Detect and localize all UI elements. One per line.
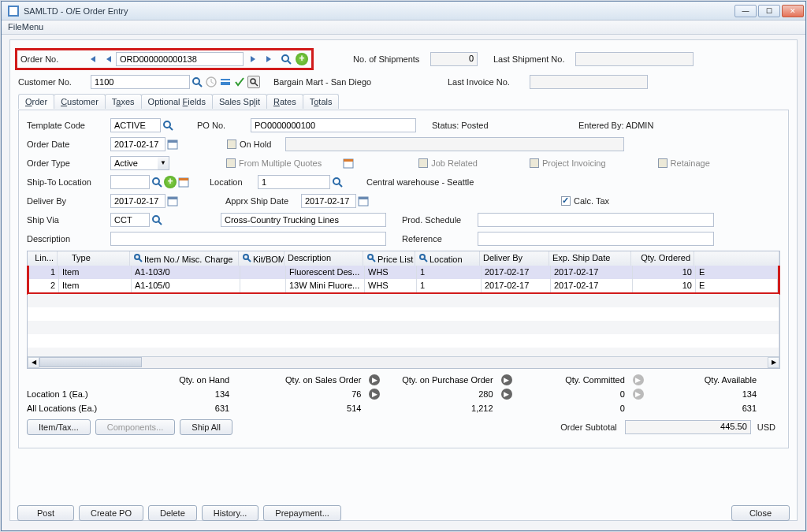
tab-rates[interactable]: Rates — [266, 94, 303, 109]
col-line[interactable]: Lin... — [28, 251, 58, 266]
address-icon[interactable] — [247, 76, 260, 88]
quotes-picker-icon[interactable] — [342, 157, 355, 169]
post-button[interactable]: Post — [17, 505, 74, 521]
order-type-dropdown-icon[interactable]: ▼ — [158, 156, 169, 170]
tab-order[interactable]: OOrderrder — [18, 94, 54, 109]
drilldown-icon[interactable]: ▶ — [501, 374, 512, 385]
deliver-by-input[interactable] — [110, 194, 165, 208]
shipto-finder-icon[interactable] — [151, 176, 163, 188]
drilldown-icon[interactable]: ▶ — [633, 389, 644, 400]
tab-totals[interactable]: Totals — [303, 94, 340, 109]
close-window-button[interactable]: Close — [731, 505, 790, 521]
history-icon[interactable] — [205, 76, 218, 88]
reference-input[interactable] — [478, 232, 714, 246]
reference-label: Reference — [402, 234, 473, 244]
schedule-input[interactable] — [478, 213, 714, 227]
history-button[interactable]: History... — [202, 505, 259, 521]
calendar-icon[interactable] — [166, 138, 179, 151]
check-icon[interactable] — [233, 76, 246, 88]
finder-icon[interactable] — [280, 53, 292, 65]
on-hold-checkbox[interactable] — [227, 140, 236, 149]
scroll-left-icon[interactable]: ◀ — [28, 357, 39, 368]
footer-buttons: Post Create PO Delete History... Prepaym… — [17, 505, 341, 521]
tab-taxes[interactable]: Taxes — [105, 94, 142, 109]
deliver-calendar-icon[interactable] — [166, 195, 179, 207]
next-record-icon[interactable] — [247, 53, 259, 65]
grid-row-empty[interactable] — [28, 321, 779, 334]
col-location[interactable]: Location — [415, 251, 480, 266]
template-code-label: Template Code — [27, 121, 106, 130]
tab-optional-fields[interactable]: Optional Fields — [141, 94, 213, 109]
shipto-add-button[interactable]: + — [164, 176, 177, 188]
col-pricelist[interactable]: Price List — [363, 251, 415, 266]
calc-tax-checkbox[interactable] — [561, 196, 571, 206]
shipvia-finder-icon[interactable] — [151, 214, 163, 226]
po-no-input[interactable] — [251, 118, 416, 132]
line-items-grid[interactable]: Lin... Type Item No./ Misc. Charge Kit/B… — [27, 251, 780, 369]
tab-customer[interactable]: Customer — [54, 94, 106, 109]
description-label: Description — [27, 234, 106, 244]
description-input[interactable] — [110, 232, 386, 246]
close-button[interactable]: ✕ — [782, 5, 804, 17]
grid-row-empty[interactable] — [28, 334, 779, 348]
grid-row-empty[interactable] — [28, 294, 779, 307]
svg-line-10 — [255, 83, 258, 86]
last-shipment-label: Last Shipment No. — [493, 54, 571, 64]
ship-all-button[interactable]: Ship All — [180, 419, 232, 435]
delete-button[interactable]: Delete — [148, 505, 197, 521]
location-finder-icon[interactable] — [331, 176, 344, 188]
horizontal-scrollbar[interactable]: ◀ ▶ — [28, 356, 779, 368]
minimize-button[interactable]: — — [734, 5, 757, 17]
prepayment-button[interactable]: Prepayment... — [263, 505, 340, 521]
customer-no-label: Customer No. — [18, 77, 86, 87]
col-type[interactable]: Type — [58, 251, 130, 266]
deliver-by-label: Deliver By — [27, 196, 106, 206]
maximize-button[interactable]: ☐ — [758, 5, 780, 17]
svg-line-28 — [158, 221, 162, 225]
prev-record-icon[interactable] — [102, 53, 115, 65]
apprx-calendar-icon[interactable] — [357, 195, 370, 207]
grid-row-1[interactable]: 1 Item A1-103/0 Fluorescent Des... WHS 1… — [29, 266, 778, 279]
order-date-label: Order Date — [27, 140, 106, 149]
drilldown-icon[interactable]: ▶ — [633, 374, 644, 385]
grid-row-empty[interactable] — [28, 307, 779, 321]
svg-rect-20 — [179, 178, 188, 180]
shipvia-input[interactable] — [110, 213, 150, 227]
col-qty[interactable]: Qty. Ordered — [631, 251, 694, 266]
location-input[interactable] — [258, 175, 330, 189]
create-po-button[interactable]: Create PO — [79, 505, 143, 521]
apprx-input[interactable] — [301, 194, 356, 208]
drilldown-icon[interactable]: ▶ — [501, 389, 512, 400]
template-code-input[interactable] — [110, 118, 161, 132]
col-deliver[interactable]: Deliver By — [480, 251, 549, 266]
credit-icon[interactable] — [219, 76, 232, 88]
shipto-input[interactable] — [110, 175, 150, 189]
svg-point-21 — [333, 178, 340, 184]
col-exp[interactable]: Exp. Ship Date — [549, 251, 631, 266]
svg-point-4 — [193, 78, 199, 84]
order-date-input[interactable] — [110, 137, 165, 151]
project-invoicing-label: Project Invoicing — [542, 158, 606, 168]
col-item[interactable]: Item No./ Misc. Charge — [130, 251, 239, 266]
template-finder-icon[interactable] — [162, 119, 174, 132]
customer-no-input[interactable] — [91, 75, 190, 89]
tab-sales-split[interactable]: Sales Split — [212, 94, 267, 109]
order-no-input[interactable] — [116, 52, 244, 66]
tab-body-order: Template Code PO No. Status: Posted Ente… — [18, 110, 789, 448]
svg-point-2 — [282, 55, 288, 61]
grid-row-2[interactable]: 2 Item A1-105/0 13W Mini Fluore... WHS 1… — [29, 279, 778, 292]
shipto-picker-icon[interactable] — [177, 176, 190, 188]
scroll-thumb[interactable] — [39, 357, 142, 367]
menubar[interactable]: FileMenu — [2, 20, 805, 35]
first-record-icon[interactable] — [86, 53, 99, 65]
scroll-right-icon[interactable]: ▶ — [768, 357, 779, 368]
col-kit[interactable]: Kit/BOM — [239, 251, 284, 266]
col-desc[interactable]: Description — [284, 251, 363, 266]
shipvia-desc-input[interactable] — [221, 213, 386, 227]
new-order-button[interactable]: + — [296, 53, 308, 65]
titlebar: SAMLTD - O/E Order Entry — ☐ ✕ — [2, 2, 805, 20]
order-type-select[interactable] — [110, 156, 158, 170]
last-record-icon[interactable] — [263, 53, 276, 65]
item-tax-button[interactable]: Item/Tax... — [27, 419, 91, 435]
customer-finder-icon[interactable] — [191, 76, 203, 88]
